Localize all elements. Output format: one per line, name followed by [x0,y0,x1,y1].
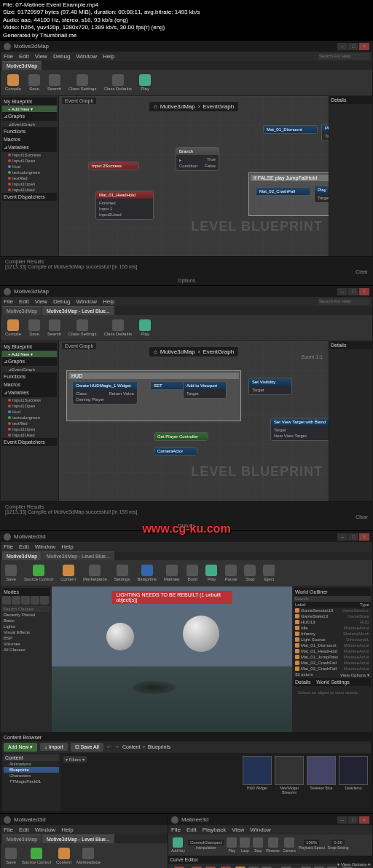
eventgraph-item[interactable]: ⊿EventGraph [2,121,57,127]
outliner-row[interactable]: Mat_01_HeadHoldMatineeActor [294,648,371,654]
node-getplayercontroller[interactable]: Get Player Controller [154,432,208,441]
eject-button[interactable]: Eject [262,563,276,583]
tab-main[interactable]: Motive3dMap [2,61,42,70]
functions-header[interactable]: Functions [2,127,57,135]
close-button[interactable]: × [359,288,369,295]
event-graph[interactable]: Event Graph ⌂ Motive3dMap› EventGraph In… [59,96,329,256]
outliner-row[interactable]: Mat_01_JumpPassMatineeActor [294,654,371,660]
path-blueprints[interactable]: Blueprints [148,744,170,749]
menu-edit[interactable]: Edit [19,53,29,60]
matinee-button[interactable]: Matinee [162,563,181,583]
outliner-row[interactable]: GameSession13GameSession [294,608,371,613]
node-input2success[interactable]: Input 2Success [88,162,139,170]
add-new-button[interactable]: + Add New ▾ [2,351,57,357]
node-play-1[interactable]: Play Target [321,124,329,141]
menu-window[interactable]: Window [76,53,96,60]
interp-dropdown[interactable]: CurvedClampedInterpolation [188,840,224,850]
compile-button[interactable]: Compile [4,318,23,338]
node-mat-headhold[interactable]: Mat_01_HeadHold Finished Input 1 Input2U… [95,191,154,220]
var-item[interactable]: Input1Open [2,158,57,164]
class-settings-button[interactable]: Class Settings [67,318,98,338]
pause-button[interactable]: Pause [223,563,238,583]
outliner-row[interactable]: Mat_02_CrashFallMatineeActor [294,666,371,672]
source-control-button[interactable]: Source Control [23,563,55,583]
reverse-button[interactable]: Reverse [266,837,280,853]
menu-view[interactable]: View [35,53,47,60]
node-addviewport[interactable]: Add to ViewportTarget [183,381,227,399]
path-content[interactable]: Content [122,744,141,749]
save-all-button[interactable]: ⊡ Save All [71,743,103,752]
outliner-row[interactable]: GameState13GameState [294,613,371,619]
search-button[interactable]: Search [46,73,63,92]
search-button[interactable]: Search [46,318,63,338]
node-create-widget[interactable]: Create HUDMagic_1 Widget ClassReturn Val… [72,381,138,405]
var-item[interactable]: Input2Open [2,181,57,187]
minimize-button[interactable]: – [337,288,348,295]
var-item[interactable]: Hud [2,164,57,170]
var-item[interactable]: Input1Success [2,152,57,158]
maximize-button[interactable]: □ [348,288,358,295]
class-defaults-button[interactable]: Class Defaults [102,318,133,338]
node-play-2[interactable]: Play Target [314,186,329,203]
graph-tab[interactable]: Event Graph [62,97,96,104]
build-button[interactable]: Build [185,563,200,583]
breadcrumb[interactable]: ⌂ Motive3dMap› EventGraph [149,102,238,111]
add-new-button[interactable]: + Add New ▾ [2,105,57,112]
play-button[interactable]: Play [138,73,152,92]
var-item[interactable]: textcolorgreen [2,170,57,175]
stop-button[interactable]: Stop [243,563,257,583]
sphere-2[interactable] [106,623,134,650]
play-button[interactable]: Play [227,837,237,853]
playback-speed[interactable]: 100%Playback Speed [299,840,325,850]
titlebar[interactable]: Motive3dMap – □ × [1,41,372,52]
blueprints-button[interactable]: Blueprints [136,563,158,583]
node-cameraactor[interactable]: CameraActor [154,447,197,455]
close-button[interactable]: × [359,43,369,50]
snap-setting[interactable]: 0.50Snap Setting [328,840,349,850]
menu-help[interactable]: Help [103,53,114,60]
tab-1[interactable]: Motive3dMap [2,306,42,315]
macros-header[interactable]: Macros [2,135,57,143]
node-mat-crashfall[interactable]: Mat_02_CrashFall [256,187,310,196]
camera-button[interactable]: Camera [283,837,296,853]
settings-button[interactable]: Settings [113,563,132,583]
node-mat-dismount[interactable]: Mat_01_Dismount [263,125,318,134]
place-mode-icon[interactable] [2,596,11,605]
options-footer[interactable]: Options [1,276,372,284]
geometry-mode-icon[interactable] [40,596,49,605]
asset-grid[interactable]: ▾ Filters ▾ HUD Widget NewWidget Bluepri… [60,753,371,811]
variables-header[interactable]: ⊿Variables [2,143,57,152]
save-button[interactable]: Save [27,73,42,92]
paint-mode-icon[interactable] [12,596,20,605]
var-item[interactable]: Input2Used [2,187,57,193]
save-button[interactable]: Save [27,318,42,338]
sphere-1[interactable] [183,616,219,652]
outliner-row[interactable]: IdleMatineeActor [294,625,371,631]
import-button[interactable]: ↓ Import [40,743,67,751]
compile-button[interactable]: Compile [4,73,23,92]
minimize-button[interactable]: – [337,43,348,50]
add-new-button[interactable]: Add New ▾ [4,743,37,752]
node-branch[interactable]: Branch ▸True ConditionFalse [176,147,219,171]
node-setvisibility[interactable]: Set VisibilityTarget [248,378,292,395]
add-key-button[interactable]: Add Key [171,837,185,853]
outliner-row[interactable]: Mat_02_CrashFailMatineeActor [294,660,371,666]
foliage-mode-icon[interactable] [31,596,39,605]
save-button[interactable]: Save [4,563,18,583]
graphs-header[interactable]: ⊿Graphs [2,112,57,121]
dispatchers-header[interactable]: Event Dispatchers [2,193,57,201]
outliner-row[interactable]: Mat_01_DismountMatineeActor [294,642,371,648]
outliner-row[interactable]: Light SourceDirectionalL [294,637,371,642]
maximize-button[interactable]: □ [348,43,358,50]
landscape-mode-icon[interactable] [21,596,30,605]
titlebar[interactable]: Motive3dMap –□× [1,287,372,297]
menu-file[interactable]: File [4,53,13,60]
play-button[interactable]: Play [138,318,152,338]
marketplace-button[interactable]: Marketplace [82,563,109,583]
event-graph[interactable]: Event Graph ⌂Motive3dMap›EventGraph Zoom… [59,341,329,501]
class-settings-button[interactable]: Class Settings [67,73,98,92]
var-item[interactable]: textRed [2,175,57,181]
stop-button[interactable]: Stop [253,837,263,853]
clear-button[interactable]: Clear [356,269,368,274]
content-button[interactable]: Content [59,563,77,583]
